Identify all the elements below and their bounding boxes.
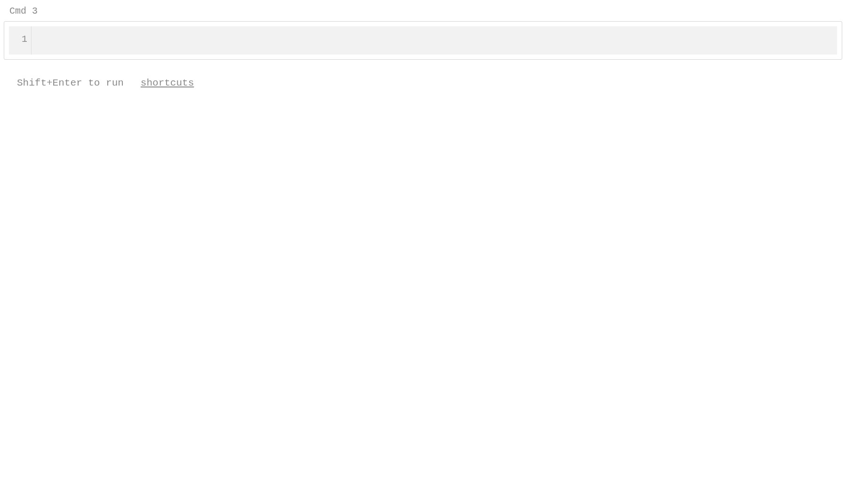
code-area[interactable]: 1 — [9, 26, 837, 55]
run-hint: Shift+Enter to run — [17, 78, 124, 88]
shortcuts-link[interactable]: shortcuts — [141, 78, 194, 88]
cell-label: Cmd 3 — [0, 0, 846, 19]
code-cell[interactable]: 1 — [4, 21, 842, 60]
code-editor[interactable] — [32, 26, 837, 55]
line-number: 1 — [9, 34, 27, 45]
line-number-gutter: 1 — [9, 26, 32, 55]
hints-row: Shift+Enter to run shortcuts — [0, 60, 846, 88]
